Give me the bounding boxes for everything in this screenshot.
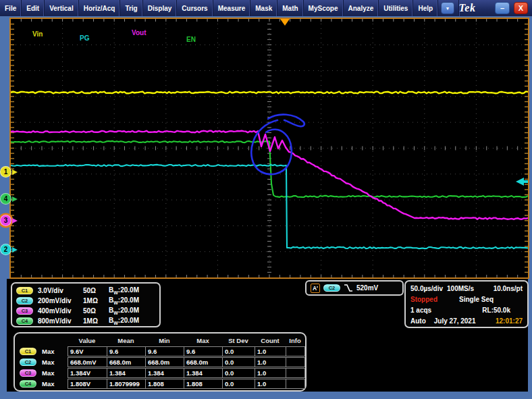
channel-2-arrow-icon bbox=[12, 247, 18, 252]
channel-impedance: 1MΩ bbox=[83, 317, 109, 325]
trigger-level-arrow-stem bbox=[524, 180, 528, 183]
channel-badge-c2: C2 bbox=[20, 358, 36, 366]
cell-value: 1.808V bbox=[68, 379, 107, 389]
cell-min: 1.384 bbox=[145, 368, 184, 378]
cell-mean: 9.6 bbox=[107, 346, 146, 356]
col-max: Max bbox=[184, 337, 222, 344]
channel-badge-c3: C3 bbox=[20, 369, 36, 377]
channel-row-c1[interactable]: C1 3.0V/div 50Ω BW:20.0M bbox=[16, 286, 155, 296]
stat-label: Max bbox=[38, 348, 68, 355]
waveform-label-pg: PG bbox=[80, 34, 90, 42]
cell-stdev: 0.0 bbox=[222, 379, 255, 389]
menu-utilities[interactable]: Utilities bbox=[379, 0, 413, 16]
timebase: 50.0µs/div bbox=[410, 285, 443, 292]
menu-analyze[interactable]: Analyze bbox=[344, 0, 379, 16]
cell-mean: 1.8079999 bbox=[107, 379, 146, 389]
col-value: Value bbox=[68, 337, 107, 344]
cell-value: 1.384V bbox=[68, 368, 107, 378]
trigger-mode: Auto bbox=[410, 317, 426, 325]
cell-max: 9.6 bbox=[184, 346, 223, 356]
cell-info bbox=[286, 357, 305, 367]
channel-row-c3[interactable]: C3 400mV/div 50Ω BW:20.0M bbox=[16, 306, 155, 316]
menu-measure[interactable]: Measure bbox=[213, 0, 251, 16]
channel-badge-c1: C1 bbox=[20, 348, 36, 355]
waveform-label-vin: Vin bbox=[32, 30, 43, 38]
menu-file[interactable]: File bbox=[0, 0, 22, 16]
measurement-row-c4: C4 Max 1.808V 1.8079999 1.808 1.808 0.0 … bbox=[18, 379, 302, 390]
channel-1-badge: 1 bbox=[0, 166, 11, 178]
menu-trig[interactable]: Trig bbox=[120, 0, 142, 16]
oscilloscope-application: File Edit Vertical Horiz/Acq Trig Displa… bbox=[0, 0, 532, 399]
acquisition-status-row: Stopped Single Seq bbox=[410, 294, 523, 304]
datetime-row: Auto July 27, 2021 12:01:27 bbox=[410, 315, 523, 326]
waveform-display[interactable]: VinPGVoutEN bbox=[9, 18, 529, 279]
waveform-label-vout: Vout bbox=[132, 29, 147, 36]
channel-scale: 200mV/div bbox=[33, 297, 83, 304]
cell-stdev: 0.0 bbox=[222, 357, 255, 367]
channel-row-c2[interactable]: C2 200mV/div 1MΩ BW:20.0M bbox=[16, 296, 155, 306]
date: July 27, 2021 bbox=[434, 317, 476, 325]
cell-info bbox=[286, 379, 305, 389]
cell-max: 668.0m bbox=[184, 357, 223, 367]
menu-vertical[interactable]: Vertical bbox=[45, 0, 79, 16]
cell-count: 1.0 bbox=[255, 379, 286, 389]
cell-count: 1.0 bbox=[255, 346, 286, 356]
menu-help[interactable]: Help bbox=[413, 0, 438, 16]
cell-stdev: 0.0 bbox=[222, 346, 255, 356]
channel-3-badge: 3 bbox=[0, 215, 11, 226]
cell-count: 1.0 bbox=[255, 368, 286, 378]
channel-impedance: 1MΩ bbox=[83, 297, 109, 304]
waveform-label-en: EN bbox=[186, 36, 196, 43]
channel-scale: 400mV/div bbox=[33, 307, 83, 315]
cell-stdev: 0.0 bbox=[222, 368, 255, 378]
acquisition-readout-panel: 50.0µs/div 100MS/s 10.0ns/pt Stopped Sin… bbox=[404, 280, 529, 328]
col-mean: Mean bbox=[107, 337, 145, 344]
stat-label: Max bbox=[38, 380, 68, 388]
waveform-canvas: VinPGVoutEN bbox=[11, 19, 528, 277]
acq-status: Stopped bbox=[410, 296, 437, 303]
channel-row-c4[interactable]: C4 800mV/div 1MΩ BW:20.0M bbox=[16, 316, 155, 326]
scope-display-area: VinPGVoutEN 1432 C1 3.0V/div 50Ω BW:20.0… bbox=[0, 16, 532, 399]
close-button[interactable]: X bbox=[514, 2, 528, 14]
channel-4-arrow-icon bbox=[12, 196, 18, 202]
menu-myscope[interactable]: MyScope bbox=[304, 0, 344, 16]
channel-2-badge: 2 bbox=[0, 244, 11, 255]
menu-display[interactable]: Display bbox=[143, 0, 178, 16]
clock: 12:01:27 bbox=[496, 317, 523, 325]
measurement-row-c1: C1 Max 9.6V 9.6 9.6 9.6 0.0 1.0 bbox=[18, 346, 302, 356]
trigger-source-badge: C2 bbox=[323, 284, 340, 292]
channel-2-reference-marker[interactable]: 2 bbox=[0, 244, 19, 256]
channel-1-reference-marker[interactable]: 1 bbox=[0, 166, 19, 178]
channel-badge-c4: C4 bbox=[20, 380, 36, 388]
menu-dropdown-button[interactable]: ▼ bbox=[441, 2, 454, 14]
trigger-level-arrow[interactable] bbox=[516, 178, 524, 186]
channel-bandwidth: BW:20.0M bbox=[109, 286, 139, 295]
falling-edge-icon bbox=[344, 284, 353, 292]
horizontal-readout[interactable]: 50.0µs/div 100MS/s 10.0ns/pt bbox=[410, 283, 523, 294]
menu-edit[interactable]: Edit bbox=[22, 0, 45, 16]
trigger-readout-panel[interactable]: A' C2 520mV bbox=[305, 280, 404, 296]
channel-4-reference-marker[interactable]: 4 bbox=[0, 193, 19, 205]
measurement-row-c2: C2 Max 668.0mV 668.0m 668.0m 668.0m 0.0 … bbox=[18, 356, 302, 367]
cell-mean: 668.0m bbox=[107, 357, 146, 367]
cell-info bbox=[286, 346, 305, 356]
col-stdev: St Dev bbox=[222, 337, 255, 344]
cell-min: 9.6 bbox=[145, 346, 184, 356]
menu-math[interactable]: Math bbox=[277, 0, 303, 16]
acquisition-count-row: 1 acqs RL:50.0k bbox=[410, 304, 523, 315]
channel-1-arrow-icon bbox=[12, 169, 18, 175]
menu-cursors[interactable]: Cursors bbox=[177, 0, 213, 16]
menu-mask[interactable]: Mask bbox=[250, 0, 277, 16]
minimize-button[interactable]: – bbox=[495, 2, 509, 14]
channel-3-reference-marker[interactable]: 3 bbox=[0, 215, 19, 227]
channel-scale: 3.0V/div bbox=[33, 287, 83, 294]
menu-horiz-acq[interactable]: Horiz/Acq bbox=[79, 0, 121, 16]
menu-bar: File Edit Vertical Horiz/Acq Trig Displa… bbox=[0, 0, 532, 16]
channel-3-arrow-icon bbox=[12, 218, 18, 223]
trigger-position-marker[interactable] bbox=[280, 19, 290, 26]
channel-4-badge: 4 bbox=[0, 193, 11, 205]
channel-bandwidth: BW:20.0M bbox=[109, 307, 139, 315]
cell-mean: 1.384 bbox=[107, 368, 146, 378]
acq-mode: Single Seq bbox=[459, 296, 494, 303]
col-info: Info bbox=[286, 337, 304, 344]
